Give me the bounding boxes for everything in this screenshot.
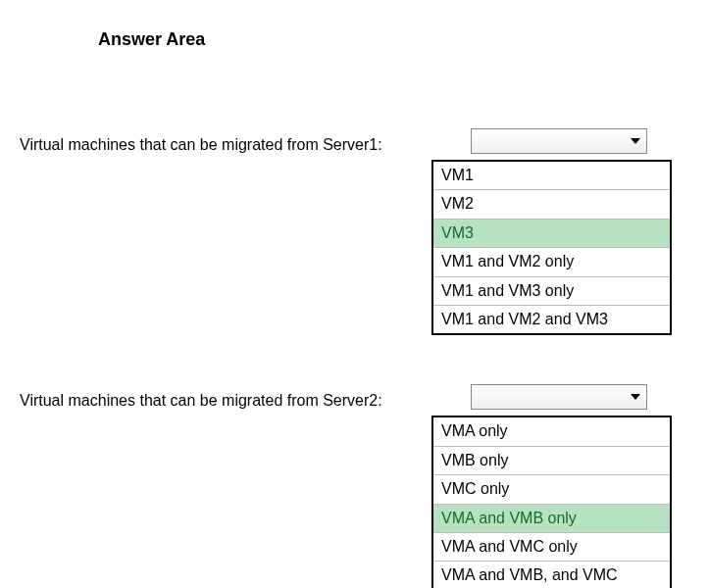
question-2-row: Virtual machines that can be migrated fr… [0,384,709,588]
page-title: Answer Area [98,29,709,50]
option-item-selected[interactable]: VMA and VMB only [433,505,670,533]
dropdown-server2[interactable] [471,384,647,410]
option-item[interactable]: VM1 and VM2 and VM3 [433,306,670,333]
option-item[interactable]: VMA and VMC only [433,533,670,562]
option-item[interactable]: VMA and VMB, and VMC [433,562,670,588]
question-1-answer-col: VM1 VM2 VM3 VM1 and VM2 only VM1 and VM3… [431,128,689,335]
question-2-label: Virtual machines that can be migrated fr… [20,384,431,410]
option-item[interactable]: VMC only [433,475,670,504]
question-1-row: Virtual machines that can be migrated fr… [0,128,709,335]
option-item[interactable]: VM1 [433,162,670,190]
option-item-selected[interactable]: VM3 [433,220,670,248]
options-list-server1: VM1 VM2 VM3 VM1 and VM2 only VM1 and VM3… [431,160,672,335]
dropdown-server1[interactable] [471,128,647,154]
chevron-down-icon [631,138,640,144]
option-item[interactable]: VM1 and VM2 only [433,248,670,276]
question-2-answer-col: VMA only VMB only VMC only VMA and VMB o… [431,384,689,588]
options-list-server2: VMA only VMB only VMC only VMA and VMB o… [431,416,672,588]
chevron-down-icon [631,394,640,400]
option-item[interactable]: VMA only [433,417,670,446]
option-item[interactable]: VM2 [433,190,670,219]
option-item[interactable]: VM1 and VM3 only [433,277,670,306]
option-item[interactable]: VMB only [433,447,670,475]
question-1-label: Virtual machines that can be migrated fr… [20,128,431,154]
